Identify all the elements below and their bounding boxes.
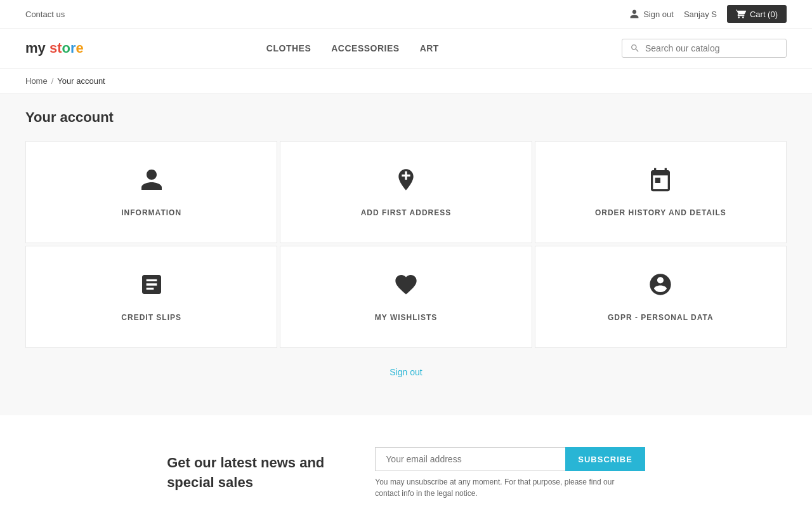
heart-icon xyxy=(393,272,419,303)
receipt-icon xyxy=(139,272,164,303)
card-information[interactable]: INFORMATION xyxy=(25,141,277,243)
contact-us-link[interactable]: Contact us xyxy=(25,9,65,19)
search-icon xyxy=(630,43,640,53)
cart-label: Cart (0) xyxy=(750,10,778,19)
contact-us-anchor[interactable]: Contact us xyxy=(25,10,65,19)
newsletter-heading: Get our latest news andspecial sales xyxy=(167,453,324,493)
logo[interactable]: my store xyxy=(25,40,84,57)
cart-button[interactable]: Cart (0) xyxy=(727,5,787,23)
newsletter-section: Get our latest news andspecial sales SUB… xyxy=(0,415,812,508)
signout-label: Sign out xyxy=(643,10,674,19)
breadcrumb-current: Your account xyxy=(57,76,105,86)
card-order-history-label: ORDER HISTORY AND DETAILS xyxy=(595,208,726,217)
account-grid: INFORMATION ADD FIRST ADDRESS ORDER HIST… xyxy=(25,141,787,348)
card-add-first-address[interactable]: ADD FIRST ADDRESS xyxy=(280,141,532,243)
breadcrumb-separator: / xyxy=(51,76,54,86)
location-plus-icon xyxy=(393,167,419,198)
card-gdpr-label: GDPR - PERSONAL DATA xyxy=(608,313,714,322)
newsletter-note: You may unsubscribe at any moment. For t… xyxy=(375,476,629,499)
top-signout-link[interactable]: Sign out xyxy=(629,9,674,19)
card-gdpr[interactable]: GDPR - PERSONAL DATA xyxy=(535,246,787,348)
signout-link[interactable]: Sign out xyxy=(390,367,422,377)
username: Sanjay S xyxy=(684,10,717,19)
search-box[interactable] xyxy=(622,39,787,58)
nav-art[interactable]: ART xyxy=(420,43,439,53)
nav-accessories[interactable]: ACCESSORIES xyxy=(331,43,399,53)
top-bar-right: Sign out Sanjay S Cart (0) xyxy=(629,5,787,23)
main-content: Your account INFORMATION ADD FIRST ADDRE… xyxy=(0,94,812,415)
cart-icon xyxy=(736,9,746,19)
card-credit-slips-label: CREDIT SLIPS xyxy=(121,313,181,322)
newsletter-input-row: SUBSCRIBE xyxy=(375,447,645,471)
card-order-history[interactable]: ORDER HISTORY AND DETAILS xyxy=(535,141,787,243)
newsletter-email-input[interactable] xyxy=(375,447,565,471)
breadcrumb: Home / Your account xyxy=(25,76,787,86)
calendar-icon xyxy=(648,167,673,198)
header: my store CLOTHES ACCESSORIES ART xyxy=(0,29,812,69)
card-information-label: INFORMATION xyxy=(121,208,181,217)
breadcrumb-bar: Home / Your account xyxy=(0,69,812,94)
person-icon xyxy=(139,167,164,198)
search-input[interactable] xyxy=(645,43,778,53)
newsletter-text: Get our latest news andspecial sales xyxy=(167,453,324,493)
nav-clothes[interactable]: CLOTHES xyxy=(266,43,311,53)
top-bar: Contact us Sign out Sanjay S Cart (0) xyxy=(0,0,812,29)
person-icon xyxy=(629,9,639,19)
card-add-first-address-label: ADD FIRST ADDRESS xyxy=(361,208,452,217)
card-credit-slips[interactable]: CREDIT SLIPS xyxy=(25,246,277,348)
main-nav: CLOTHES ACCESSORIES ART xyxy=(266,43,439,53)
card-my-wishlists-label: MY WISHLISTS xyxy=(375,313,437,322)
subscribe-button[interactable]: SUBSCRIBE xyxy=(565,447,645,471)
signout-container: Sign out xyxy=(25,348,787,390)
card-my-wishlists[interactable]: MY WISHLISTS xyxy=(280,246,532,348)
breadcrumb-home[interactable]: Home xyxy=(25,76,48,86)
page-title: Your account xyxy=(25,109,787,126)
person-outline-icon xyxy=(648,272,673,303)
newsletter-form: SUBSCRIBE You may unsubscribe at any mom… xyxy=(375,447,645,499)
